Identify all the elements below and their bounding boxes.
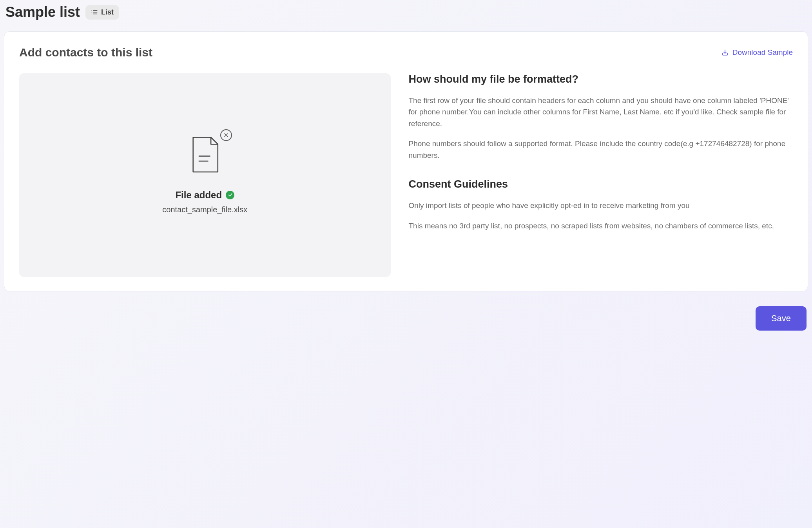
download-icon	[721, 49, 729, 56]
main-card: Add contacts to this list Download Sampl…	[4, 31, 808, 291]
list-badge[interactable]: List	[85, 5, 119, 20]
document-icon	[190, 136, 220, 174]
file-icon-wrap	[190, 136, 220, 175]
format-heading: How should my file be formatted?	[409, 73, 793, 85]
check-circle-icon	[226, 191, 234, 199]
consent-paragraph-2: This means no 3rd party list, no prospec…	[409, 220, 793, 231]
close-icon	[223, 132, 229, 138]
page-title: Sample list	[5, 4, 80, 20]
remove-file-button[interactable]	[220, 129, 232, 141]
footer: Save	[4, 306, 808, 331]
save-button[interactable]: Save	[756, 306, 807, 331]
consent-heading: Consent Guidelines	[409, 178, 793, 190]
file-status: File added	[175, 190, 234, 201]
list-icon	[91, 9, 98, 16]
uploaded-file-name: contact_sample_file.xlsx	[162, 205, 247, 214]
download-sample-label: Download Sample	[732, 48, 793, 57]
card-header: Add contacts to this list Download Sampl…	[19, 46, 793, 59]
consent-paragraph-1: Only import lists of people who have exp…	[409, 200, 793, 211]
format-paragraph-1: The first row of your file should contai…	[409, 95, 793, 129]
upload-panel[interactable]: File added contact_sample_file.xlsx	[19, 73, 391, 277]
info-panel: How should my file be formatted? The fir…	[409, 73, 793, 277]
file-status-label: File added	[175, 190, 222, 201]
format-paragraph-2: Phone numbers should follow a supported …	[409, 138, 793, 161]
list-badge-label: List	[101, 8, 114, 16]
content-row: File added contact_sample_file.xlsx How …	[19, 73, 793, 277]
page-header: Sample list List	[4, 4, 808, 20]
download-sample-link[interactable]: Download Sample	[721, 48, 793, 57]
card-title: Add contacts to this list	[19, 46, 152, 59]
